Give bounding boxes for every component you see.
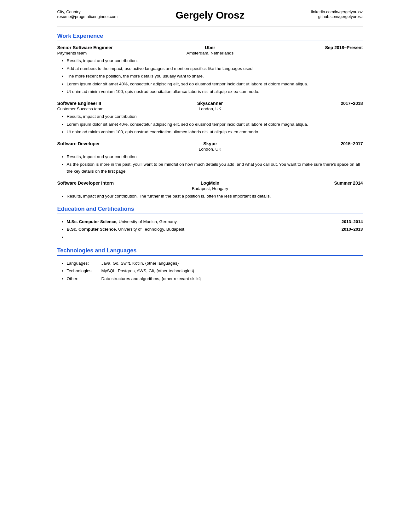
edu-msc-text: M.Sc. Computer Science, University of Mu… (67, 218, 335, 226)
location-text: City, Country (57, 9, 176, 14)
list-item: Languages: Java, Go, Swift, Kotlin, {oth… (67, 260, 363, 267)
header-left: City, Country resume@pragmaticengineer.c… (57, 9, 176, 19)
tech-label-languages: Languages: (67, 260, 101, 267)
resume-header: City, Country resume@pragmaticengineer.c… (57, 9, 363, 26)
job-team-logmein (57, 186, 192, 191)
job-company-skype: Skype (203, 141, 217, 146)
list-item: Ut enim ad minim veniam 100, quis nostru… (67, 88, 363, 95)
edu-bsc-year: 2010–2013 (342, 226, 363, 233)
list-item: Add at numbers to the impact, use active… (67, 65, 363, 72)
education-section: Education and Certifications M.Sc. Compu… (57, 206, 363, 241)
education-title: Education and Certifications (57, 206, 363, 212)
education-list: M.Sc. Computer Science, University of Mu… (57, 218, 363, 241)
job-team-uber: Payments team (57, 51, 187, 55)
education-divider (57, 214, 363, 214)
list-item: Other: Data structures and algorithms, {… (67, 275, 363, 283)
technologies-title: Technologies and Languages (57, 247, 363, 254)
job-entry-logmein: Software Developer Intern LogMeIn Summer… (57, 181, 363, 200)
linkedin-text: linkedin.com/in/gergelyorosz (245, 9, 363, 14)
list-item: Technologies: MySQL, Postgres, AWS, Git,… (67, 267, 363, 275)
list-item: Lorem ipsum dolor sit amet 40%, consecte… (67, 81, 363, 88)
tech-item-technologies: Technologies: MySQL, Postgres, AWS, Git,… (67, 267, 363, 275)
list-item: B.Sc. Computer Science, University of Te… (67, 226, 363, 233)
job-bullets-logmein: Results, impact and your contribution. T… (57, 193, 363, 200)
job-sub-skyscanner: Customer Success team London, UK (57, 106, 363, 111)
job-company-skyscanner: Skyscanner (197, 101, 223, 106)
job-location-uber: Amsterdam, Netherlands (187, 51, 233, 55)
tech-value-languages: Java, Go, Swift, Kotlin, {other language… (101, 260, 363, 267)
job-title-logmein: Software Developer Intern (57, 181, 201, 186)
list-item (67, 233, 363, 241)
job-header-skyscanner: Software Engineer II Skyscanner 2017–201… (57, 101, 363, 106)
job-team-skyscanner: Customer Success team (57, 106, 199, 111)
list-item: M.Sc. Computer Science, University of Mu… (67, 218, 363, 226)
list-item: As the position is more in the past, you… (67, 161, 363, 175)
job-dates-logmein: Summer 2014 (219, 181, 363, 186)
job-bullets-uber: Results, impact and your contribution. A… (57, 57, 363, 95)
tech-item-languages: Languages: Java, Go, Swift, Kotlin, {oth… (67, 260, 363, 267)
technologies-section: Technologies and Languages Languages: Ja… (57, 247, 363, 283)
tech-value-technologies: MySQL, Postgres, AWS, Git, {other techno… (101, 267, 363, 275)
job-header-skype: Software Developer Skype 2015–2017 (57, 141, 363, 146)
job-title-uber: Senior Software Engineer (57, 45, 205, 50)
job-dates-skype: 2015–2017 (217, 141, 363, 146)
job-company-logmein: LogMeIn (201, 181, 220, 186)
work-experience-title: Work Experience (57, 33, 363, 39)
edu-bsc-regular: University of Technology, Budapest. (117, 227, 185, 232)
list-item: Results, impact and your contribution. T… (67, 193, 363, 200)
job-sub-skype: London, UK (57, 147, 363, 152)
edu-msc-year: 2013–2014 (342, 218, 363, 226)
tech-label-other: Other: (67, 275, 101, 283)
list-item: Results, impact and your contribution (67, 153, 363, 160)
job-header-uber: Senior Software Engineer Uber Sep 2018–P… (57, 45, 363, 50)
list-item: Lorem ipsum dolor sit amet 40%, consecte… (67, 121, 363, 128)
job-header-logmein: Software Developer Intern LogMeIn Summer… (57, 181, 363, 186)
technologies-list: Languages: Java, Go, Swift, Kotlin, {oth… (57, 260, 363, 283)
job-dates-uber: Sep 2018–Present (215, 45, 363, 50)
edu-bsc-text: B.Sc. Computer Science, University of Te… (67, 226, 335, 233)
list-item: Ut enim ad minim veniam 100, quis nostru… (67, 129, 363, 135)
header-right: linkedin.com/in/gergelyorosz github.com/… (245, 9, 363, 19)
github-text: github.com/gergelyorosz (245, 14, 363, 19)
list-item: Results, impact and your contribution. (67, 57, 363, 64)
list-item: Results, impact and your contribution (67, 113, 363, 120)
job-entry-skype: Software Developer Skype 2015–2017 Londo… (57, 141, 363, 175)
edu-bsc-bold: B.Sc. Computer Science, (67, 227, 117, 232)
email-text: resume@pragmaticengineer.com (57, 14, 176, 19)
tech-value-other: Data structures and algorithms, {other r… (101, 275, 363, 283)
header-center: Gergely Orosz (175, 9, 245, 21)
job-bullets-skype: Results, impact and your contribution As… (57, 153, 363, 175)
candidate-name: Gergely Orosz (175, 9, 245, 21)
job-team-skype (57, 147, 199, 152)
edu-item-msc: M.Sc. Computer Science, University of Mu… (67, 218, 363, 226)
job-title-skype: Software Developer (57, 141, 204, 146)
job-location-skyscanner: London, UK (199, 106, 221, 111)
job-dates-skyscanner: 2017–2018 (223, 101, 363, 106)
technologies-divider (57, 255, 363, 256)
job-sub-uber: Payments team Amsterdam, Netherlands (57, 51, 363, 55)
work-experience-section: Work Experience Senior Software Engineer… (57, 33, 363, 199)
edu-item-bsc: B.Sc. Computer Science, University of Te… (67, 226, 363, 233)
job-sub-logmein: Budapest, Hungary (57, 186, 363, 191)
job-title-skyscanner: Software Engineer II (57, 101, 197, 106)
work-experience-divider (57, 41, 363, 41)
job-entry-uber: Senior Software Engineer Uber Sep 2018–P… (57, 45, 363, 95)
job-entry-skyscanner: Software Engineer II Skyscanner 2017–201… (57, 101, 363, 135)
job-location-logmein: Budapest, Hungary (192, 186, 228, 191)
tech-item-other: Other: Data structures and algorithms, {… (67, 275, 363, 283)
job-location-skype: London, UK (199, 147, 221, 152)
tech-label-technologies: Technologies: (67, 267, 101, 275)
resume-container: City, Country resume@pragmaticengineer.c… (45, 0, 376, 298)
job-company-uber: Uber (205, 45, 215, 50)
edu-msc-bold: M.Sc. Computer Science, (67, 219, 118, 224)
list-item: The more recent the position, the more d… (67, 73, 363, 80)
job-bullets-skyscanner: Results, impact and your contribution Lo… (57, 113, 363, 135)
edu-msc-regular: University of Munich, Germany. (118, 219, 178, 224)
